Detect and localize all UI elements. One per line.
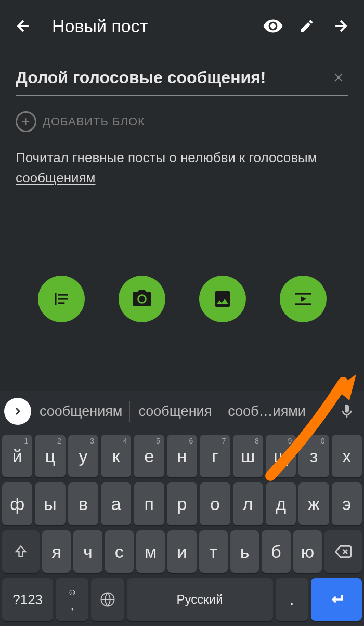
add-block-button[interactable]: + ДОБАВИТЬ БЛОК [16,111,348,132]
suggestion-1[interactable]: сообщениям [32,401,130,422]
edit-button[interactable] [294,13,320,39]
header: Новый пост [0,0,364,52]
key-ь[interactable]: ь [230,530,259,573]
svg-rect-3 [58,302,64,304]
page-title: Новый пост [52,16,252,36]
backspace-key[interactable] [324,530,362,573]
enter-key[interactable] [311,578,362,621]
svg-rect-4 [295,293,311,294]
key-ф[interactable]: ф [2,482,32,525]
svg-rect-5 [295,303,311,305]
insert-video-button[interactable] [280,276,327,322]
key-й[interactable]: й1 [2,435,32,477]
insert-text-button[interactable] [38,276,85,322]
key-ж[interactable]: ж [298,482,329,525]
post-title-input[interactable]: Долой голосовые сообщения! [16,68,329,87]
svg-rect-2 [58,298,68,299]
add-block-label: ДОБАВИТЬ БЛОК [43,115,145,128]
suggestion-2[interactable]: сообщения [131,401,219,422]
preview-button[interactable] [260,13,286,39]
back-button[interactable] [10,13,36,39]
key-ш[interactable]: ш8 [233,435,263,477]
key-ч[interactable]: ч [73,530,102,573]
key-а[interactable]: а [101,482,131,525]
svg-rect-0 [55,293,56,305]
key-п[interactable]: п [134,482,164,525]
voice-input-button[interactable] [334,398,360,424]
suggestion-3[interactable]: сооб…иями [220,401,313,422]
keyboard: сообщениям сообщения сооб…иями й1 ц2 у3 … [0,391,364,626]
key-row-3: я ч с м и т ь б ю [2,530,362,573]
forward-button[interactable] [328,13,354,39]
key-row-2: ф ы в а п р о л д ж э [2,482,362,525]
key-и[interactable]: и [167,530,196,573]
key-row-4: ?123 ☺ , Русский . [2,578,362,621]
key-к[interactable]: к4 [101,435,131,477]
insert-image-button[interactable] [199,276,246,322]
post-body-input[interactable]: Почитал гневные посты о нелюбви к голосо… [16,148,348,188]
key-м[interactable]: м [136,530,165,573]
key-э[interactable]: э [332,482,362,525]
shift-key[interactable] [2,530,40,573]
key-с[interactable]: с [105,530,134,573]
insert-camera-button[interactable] [119,276,165,322]
key-д[interactable]: д [266,482,296,525]
space-key[interactable]: Русский [127,578,273,621]
suggestion-bar: сообщениям сообщения сооб…иями [0,391,364,432]
svg-rect-1 [58,294,68,296]
expand-suggestions-button[interactable] [4,398,31,425]
key-б[interactable]: б [262,530,290,573]
period-key[interactable]: . [276,578,308,621]
plus-icon: + [16,111,36,132]
clear-title-button[interactable] [329,68,348,91]
key-е[interactable]: е5 [134,435,164,477]
key-р[interactable]: р [167,482,197,525]
key-х[interactable]: х [332,435,362,477]
key-ы[interactable]: ы [35,482,65,525]
key-row-1: й1 ц2 у3 к4 е5 н6 г7 ш8 щ9 з0 х [2,435,362,477]
key-у[interactable]: у3 [68,435,98,477]
key-з[interactable]: з0 [298,435,329,477]
key-ц[interactable]: ц2 [35,435,65,477]
key-ю[interactable]: ю [293,530,322,573]
key-я[interactable]: я [42,530,71,573]
key-н[interactable]: н6 [167,435,197,477]
key-т[interactable]: т [199,530,228,573]
key-о[interactable]: о [200,482,230,525]
key-в[interactable]: в [68,482,98,525]
key-щ[interactable]: щ9 [266,435,296,477]
numeric-key[interactable]: ?123 [2,578,53,621]
emoji-key[interactable]: ☺ , [56,578,88,621]
insert-toolbar [0,276,364,322]
key-г[interactable]: г7 [200,435,230,477]
editor-content: Долой голосовые сообщения! + ДОБАВИТЬ БЛ… [0,52,364,188]
language-key[interactable] [91,578,124,621]
key-л[interactable]: л [233,482,263,525]
